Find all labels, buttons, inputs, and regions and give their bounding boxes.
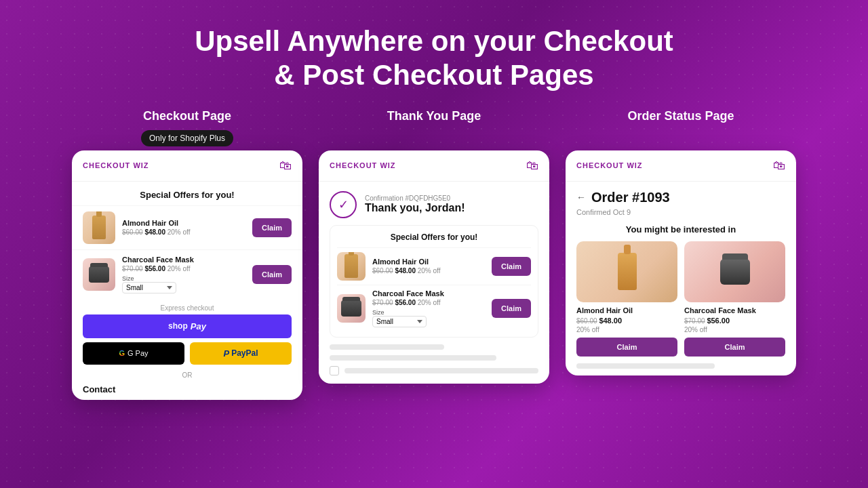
checkout-offers-title: Special Offers for you! — [72, 182, 302, 205]
face-mask-new-price: $56.00 — [144, 265, 165, 272]
orderstatus-col-label: Order Status Page — [627, 109, 734, 123]
ty-face-mask-image — [337, 294, 366, 323]
hair-oil-info: Almond Hair Oil $60.00 $48.00 20% off — [122, 219, 245, 236]
hair-oil-discount: 20% off — [167, 228, 191, 236]
ty-hair-oil-info: Almond Hair Oil $60.00 $48.00 20% off — [372, 258, 485, 274]
ty-size-label: Size — [372, 309, 485, 316]
shop-pay-label: shop — [168, 321, 188, 331]
shopify-pay-button[interactable]: shop Pay — [83, 314, 292, 338]
grid-face-mask-disc: 20% off — [684, 326, 785, 333]
hero-title: Upsell Anywhere on your Checkout & Post … — [0, 0, 868, 109]
order-title: Order #1093 — [591, 190, 670, 205]
ty-hair-oil-new: $48.00 — [395, 267, 416, 274]
ty-form-lines — [319, 344, 549, 384]
face-mask-image — [83, 258, 115, 291]
ty-face-mask-info: Charcoal Face Mask $70.00 $56.00 20% off… — [372, 289, 485, 327]
shop-pay-logo: Pay — [191, 321, 206, 331]
google-g-icon: G — [119, 349, 125, 357]
thankyou-brand: CHECKOUT WIZ — [330, 161, 396, 169]
thankyou-col-label: Thank You Page — [387, 109, 481, 123]
ty-size-selector[interactable]: Size Small Medium Large — [372, 309, 485, 327]
product-grid: Almond Hair Oil $60.00 $48.00 20% off Cl… — [566, 241, 796, 363]
face-mask-info: Charcoal Face Mask $70.00 $56.00 20% off… — [122, 256, 245, 293]
orderstatus-header: CHECKOUT WIZ 🛍 — [566, 150, 796, 182]
payment-options-row: G G Pay P PayPal — [72, 342, 302, 369]
gpay-label: G Pay — [127, 349, 149, 357]
form-checkbox[interactable] — [330, 366, 339, 375]
grid-product-2: Charcoal Face Mask $70.00 $56.00 20% off… — [684, 241, 785, 357]
checkout-col-label: Checkout Page — [143, 109, 231, 123]
ty-face-mask-name: Charcoal Face Mask — [372, 289, 485, 298]
face-mask-name: Charcoal Face Mask — [122, 256, 245, 264]
thankyou-column: Thank You Page CHECKOUT WIZ 🛍 ✓ Confirma… — [319, 109, 549, 400]
grid-product-1: Almond Hair Oil $60.00 $48.00 20% off Cl… — [576, 241, 677, 357]
ty-face-mask-claim-btn[interactable]: Claim — [492, 299, 531, 318]
grid-face-mask-prices: $70.00 $56.00 — [684, 317, 785, 325]
ty-hair-oil-name: Almond Hair Oil — [372, 258, 485, 266]
back-arrow-icon[interactable]: ← — [576, 192, 586, 203]
ty-hair-oil-image — [337, 252, 366, 281]
grid-hair-oil-name: Almond Hair Oil — [576, 306, 677, 314]
face-mask-size-selector[interactable]: Size Small Medium Large — [122, 275, 245, 293]
orderstatus-column: Order Status Page CHECKOUT WIZ 🛍 ← Order… — [566, 109, 796, 400]
orderstatus-brand: CHECKOUT WIZ — [576, 161, 643, 169]
hair-oil-bottle-icon — [92, 216, 106, 239]
ty-product-1: Almond Hair Oil $60.00 $48.00 20% off Cl… — [337, 247, 531, 285]
hair-oil-claim-btn[interactable]: Claim — [252, 218, 292, 237]
hero-section: Upsell Anywhere on your Checkout & Post … — [0, 0, 868, 109]
grid-face-mask-image — [684, 241, 785, 302]
ty-hair-oil-claim-btn[interactable]: Claim — [492, 257, 531, 276]
ty-hair-oil-bottle — [344, 254, 358, 278]
form-check-text-line — [344, 368, 538, 373]
grid-hair-oil-new: $48.00 — [599, 317, 622, 325]
paypal-label: PayPal — [231, 348, 258, 358]
grid-face-mask-new: $56.00 — [707, 317, 730, 325]
ty-size-dropdown[interactable]: Small Medium Large — [372, 316, 427, 327]
ty-product-2: Charcoal Face Mask $70.00 $56.00 20% off… — [337, 285, 531, 330]
confirmation-info: Confirmation #DQFDHG5E0 Thank you, Jorda… — [365, 195, 465, 214]
checkout-brand: CHECKOUT WIZ — [83, 161, 149, 169]
checkout-header: CHECKOUT WIZ 🛍 — [72, 150, 302, 182]
order-date: Confirmed Oct 9 — [566, 208, 796, 222]
form-line-1 — [330, 344, 444, 350]
paypal-button[interactable]: P PayPal — [190, 342, 292, 365]
confirmation-section: ✓ Confirmation #DQFDHG5E0 Thank you, Jor… — [319, 182, 549, 225]
interested-title: You might be interested in — [566, 222, 796, 241]
face-mask-old-price: $70.00 — [122, 265, 143, 272]
hair-oil-image — [83, 211, 115, 244]
order-title-row: ← Order #1093 — [566, 182, 796, 208]
grid-face-mask-bg — [684, 241, 785, 302]
hair-oil-name: Almond Hair Oil — [122, 219, 245, 227]
ty-hair-oil-prices: $60.00 $48.00 20% off — [372, 267, 485, 274]
thankyou-cart-icon: 🛍 — [526, 159, 538, 173]
google-pay-button[interactable]: G G Pay — [83, 342, 184, 365]
face-mask-claim-btn[interactable]: Claim — [252, 265, 292, 284]
ty-face-mask-old: $70.00 — [372, 299, 393, 306]
thankyou-offers-title: Special Offers for you! — [337, 232, 531, 242]
check-circle-icon: ✓ — [330, 191, 357, 218]
grid-jar-icon — [720, 259, 750, 285]
ty-face-mask-disc: 20% off — [418, 299, 441, 306]
thanks-message: Thank you, Jordan! — [365, 202, 465, 214]
checkout-product-1: Almond Hair Oil $60.00 $48.00 20% off Cl… — [72, 205, 302, 249]
shopify-plus-badge: Only for Shopify Plus — [141, 130, 233, 146]
thankyou-card: CHECKOUT WIZ 🛍 ✓ Confirmation #DQFDHG5E0… — [319, 150, 549, 384]
hair-oil-new-price: $48.00 — [144, 228, 165, 236]
express-checkout-label: Express checkout — [72, 299, 302, 314]
feature-columns: Checkout Page Only for Shopify Plus CHEC… — [0, 109, 868, 400]
ty-hair-oil-disc: 20% off — [418, 267, 441, 274]
cart-icon: 🛍 — [279, 159, 292, 173]
grid-hair-oil-claim-btn[interactable]: Claim — [576, 338, 677, 357]
form-line-2 — [330, 355, 496, 361]
face-mask-jar-icon — [89, 266, 109, 283]
ty-face-mask-new: $56.00 — [395, 299, 416, 306]
form-check-line — [330, 366, 538, 375]
ty-face-mask-prices: $70.00 $56.00 20% off — [372, 299, 485, 306]
hair-oil-old-price: $60.00 — [122, 228, 143, 236]
thankyou-header: CHECKOUT WIZ 🛍 — [319, 150, 549, 182]
grid-hair-oil-disc: 20% off — [576, 326, 677, 333]
face-mask-prices: $70.00 $56.00 20% off — [122, 265, 245, 272]
checkout-column: Checkout Page Only for Shopify Plus CHEC… — [72, 109, 302, 400]
size-dropdown[interactable]: Small Medium Large — [122, 282, 176, 293]
grid-face-mask-claim-btn[interactable]: Claim — [684, 338, 785, 357]
